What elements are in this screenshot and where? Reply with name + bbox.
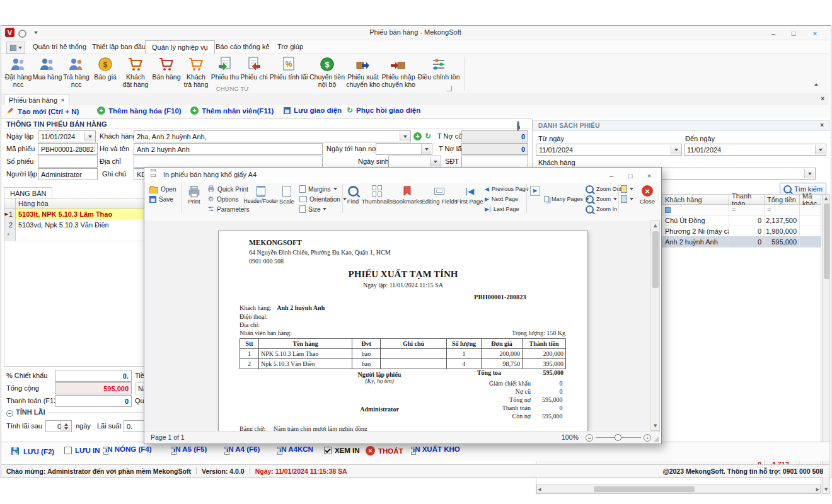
checkbox-checked-icon[interactable]	[324, 447, 332, 454]
close-preview-button[interactable]: × Close	[637, 184, 657, 205]
t-no-lai-field[interactable]: 0	[461, 143, 528, 155]
panel-close-icon[interactable]: ×	[820, 122, 824, 129]
cell-ma-khac[interactable]	[800, 236, 821, 247]
in-a5-button[interactable]: IN A5 (F5)	[170, 445, 207, 453]
save-button[interactable]: LƯU (F2)	[10, 446, 54, 457]
minimize-button[interactable]: –	[765, 28, 782, 38]
scroll-down-icon[interactable]: ▼	[824, 487, 828, 492]
create-new-link[interactable]: Tạo mới (Ctrl + N)	[6, 106, 79, 116]
refresh-customer-icon[interactable]: ↻	[425, 132, 431, 140]
thumbnails-button[interactable]: Thumbnails	[362, 184, 391, 205]
chevron-down-icon[interactable]	[430, 157, 440, 166]
scroll-up-icon[interactable]: ▲	[824, 196, 828, 201]
nguoi-lap-field[interactable]: Administrator	[38, 168, 98, 180]
dialog-vertical-scrollbar[interactable]: ▲ ▼	[650, 220, 660, 431]
open-button[interactable]: Open	[149, 185, 176, 193]
column-header-tong-tien[interactable]: Tổng tiền	[765, 195, 800, 205]
chevron-down-icon[interactable]	[804, 169, 814, 178]
scroll-down-icon[interactable]: ▼	[654, 423, 657, 428]
scrollbar-thumb[interactable]	[824, 203, 829, 279]
tab-thiet-lap-ban-dau[interactable]: Thiết lập ban đầu	[86, 40, 152, 53]
filter-cell[interactable]	[662, 205, 729, 215]
add-customer-icon[interactable]: +	[413, 132, 422, 140]
first-page-button[interactable]: |◀ First Page	[457, 184, 482, 205]
dialog-maximize-button[interactable]: □	[622, 171, 638, 180]
ho-va-ten-field[interactable]: Anh 2 huỳnh Anh	[134, 143, 323, 155]
den-ngay-field[interactable]: 11/01/2024	[684, 144, 826, 156]
save-button[interactable]: Save	[149, 195, 173, 203]
cell-ma-khac[interactable]	[800, 226, 821, 236]
ngay-sinh-field[interactable]	[388, 156, 441, 168]
zoom-in-slider-icon[interactable]: +	[644, 434, 651, 442]
pointer-button[interactable]: ▶	[529, 184, 541, 198]
ngay-toi-han-no-field[interactable]	[376, 143, 432, 155]
cell-hang-hoa[interactable]: 5103lt, NPK 5.10.3 Lâm Thao	[16, 209, 162, 219]
restore-layout-link[interactable]: ↻ Phục hồi giao diện	[347, 106, 420, 114]
column-header-ma-khac[interactable]: Mã khác	[800, 195, 821, 205]
dialog-minimize-button[interactable]: –	[603, 171, 620, 180]
in-xuat-kho-button[interactable]: IN XUẤT KHO	[410, 445, 460, 453]
chevron-down-icon[interactable]	[671, 145, 681, 154]
cell-khach-hang[interactable]: Phương 2 Ni (máy cắt)	[662, 226, 729, 236]
add-employee-link[interactable]: + Thêm nhân viên(F11)	[190, 106, 274, 115]
column-header-khach-hang[interactable]: Khách hàng	[662, 195, 729, 205]
khach-hang-field[interactable]: 2ha, Anh 2 huỳnh Anh,	[134, 130, 411, 142]
next-page-button[interactable]: ▶Next Page	[485, 195, 518, 203]
add-product-link[interactable]: + Thêm hàng hóa (F10)	[97, 106, 182, 115]
ngay-lap-field[interactable]: 11/01/2024	[38, 130, 96, 142]
close-button[interactable]: ×	[807, 28, 823, 38]
tab-bao-cao-thong-ke[interactable]: Báo cáo thống kê	[209, 40, 276, 53]
tab-close-icon[interactable]: ×	[61, 97, 64, 103]
resize-grip-icon[interactable]	[654, 437, 659, 442]
xem-in-checkbox[interactable]: XEM IN	[324, 447, 360, 454]
size-button[interactable]: Size	[299, 205, 326, 214]
zoom-slider-knob[interactable]	[615, 434, 621, 441]
column-header-hang-hoa[interactable]: Hàng hóa	[16, 198, 162, 209]
cell-hang-hoa[interactable]: 5103vd, Npk 5.10.3 Văn Điền	[16, 219, 162, 230]
zoom-out-button[interactable]: Zoom Out	[586, 185, 621, 193]
scrollbar-thumb[interactable]	[594, 486, 695, 492]
so-phieu-field[interactable]	[38, 156, 98, 168]
scrollbar-thumb[interactable]	[652, 231, 659, 288]
chevron-down-icon[interactable]	[815, 145, 825, 154]
chevron-down-icon[interactable]	[400, 132, 410, 141]
previous-page-button[interactable]: ◀Previous Page	[485, 185, 528, 193]
tab-tro-giup[interactable]: Trợ giúp	[271, 40, 309, 53]
filter-cell[interactable]: =	[765, 205, 800, 215]
parameters-button[interactable]: Parameters	[207, 205, 250, 214]
tab-phieu-ban-hang[interactable]: Phiếu bán hàng ×	[4, 94, 69, 106]
tu-ngay-field[interactable]: 11/01/2024	[536, 144, 682, 156]
filter-cell[interactable]	[800, 205, 821, 215]
bookmarks-button[interactable]: Bookmarks	[393, 184, 422, 205]
last-page-button[interactable]: ▶|Last Page	[485, 205, 519, 214]
dialog-close-button[interactable]: ×	[641, 171, 657, 180]
editing-fields-button[interactable]: Editing Fields	[423, 184, 456, 205]
filter-cell[interactable]: =	[729, 205, 765, 215]
cell-tong-tien[interactable]: 1,980,000	[765, 226, 800, 236]
group-dialog-launcher-icon[interactable]	[446, 86, 452, 91]
sdt-field[interactable]	[461, 156, 528, 168]
in-nong-button[interactable]: IN NÓNG (F4)	[102, 445, 151, 453]
tab-quan-tri-he-thong[interactable]: Quản trị hệ thống	[26, 40, 93, 53]
maximize-button[interactable]: □	[785, 28, 802, 38]
tabstrip-close-icon[interactable]: ×	[821, 95, 824, 102]
many-pages-button[interactable]: Many Pages	[544, 195, 589, 203]
margins-button[interactable]: Margins	[299, 185, 337, 193]
tab-quan-ly-nghiep-vu[interactable]: Quản lý nghiệp vụ	[145, 40, 215, 54]
header-footer-button[interactable]: Header/Footer	[246, 184, 275, 204]
cell-khach-hang[interactable]: Chú Út Đồng	[662, 215, 729, 226]
ribbon-collapse-chevron-icon[interactable]	[814, 83, 818, 86]
t-no-cu-field[interactable]: 0	[461, 130, 528, 142]
cell-thanh-toan[interactable]: 0	[729, 236, 765, 247]
spinner-arrows-icon[interactable]	[61, 421, 71, 431]
save-layout-link[interactable]: Lưu giao diện	[284, 106, 342, 114]
tinh-lai-sau-spinner[interactable]: 0	[45, 420, 72, 432]
watermark-button[interactable]	[621, 195, 633, 203]
zoom-button[interactable]: Zoom	[586, 195, 617, 203]
scale-button[interactable]: Scale	[277, 184, 297, 205]
cell-thanh-toan[interactable]: 0	[729, 215, 765, 226]
in-a4-button[interactable]: IN A4 (F6)	[223, 445, 260, 453]
cell-thanh-toan[interactable]: 0	[729, 226, 765, 236]
options-button[interactable]: Options	[207, 195, 238, 203]
horizontal-scrollbar[interactable]: ◀ ▶	[536, 484, 821, 493]
